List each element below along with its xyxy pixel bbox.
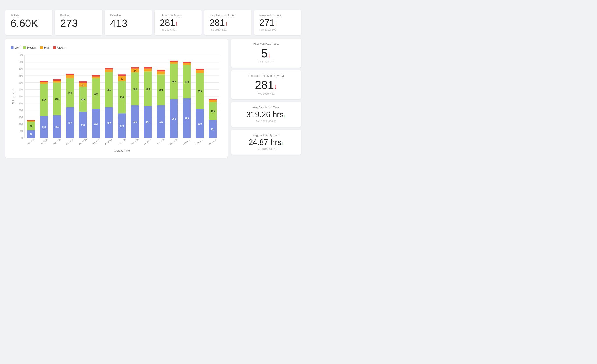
kpi-arrow-down-3: ↓ [175, 20, 178, 27]
kpi-card-4: Resolved This Month281↓Feb 2019: 521 [204, 10, 251, 35]
svg-text:28: 28 [82, 84, 84, 86]
bar-urgent-9 [144, 67, 152, 69]
bar-urgent-7 [118, 74, 126, 76]
kpi-value-3: 281↓ [160, 18, 196, 27]
bar-high-9 [144, 69, 152, 71]
kpi-card-2: Overdue413 [105, 10, 152, 35]
kpi-card-1: Backlog273 [55, 10, 102, 35]
kpi-card-5: Resolved In Time271↓Feb 2019: 500 [254, 10, 301, 35]
bar-high-14 [209, 100, 217, 102]
bar-high-6 [105, 70, 113, 72]
stat-card-3: Avg First Reply Time 24.87 hrs↓ Feb 2019… [231, 130, 301, 155]
svg-text:180: 180 [81, 98, 85, 101]
svg-text:223: 223 [159, 89, 163, 92]
legend-item-high: High [40, 46, 50, 49]
svg-text:Jan 2019: Jan 2019 [182, 138, 191, 146]
kpi-label-4: Resolved This Month [209, 14, 246, 17]
bar-urgent-6 [105, 68, 113, 69]
svg-text:Jan 2018: Jan 2018 [26, 138, 35, 146]
svg-text:233: 233 [120, 96, 124, 99]
kpi-value-4: 281↓ [209, 18, 246, 27]
svg-text:Oct 2018: Oct 2018 [143, 138, 152, 146]
kpi-prev-3: Feb 2019: 494 [160, 28, 196, 31]
stat-prev-3: Feb 2019: 34.51 [236, 148, 296, 151]
svg-text:250: 250 [19, 102, 23, 105]
svg-text:190: 190 [81, 124, 85, 126]
svg-text:550: 550 [19, 61, 23, 63]
svg-text:231: 231 [146, 121, 150, 124]
bar-urgent-8 [131, 67, 139, 69]
svg-text:286: 286 [185, 117, 189, 120]
kpi-card-0: Tickets6.60K [5, 10, 52, 35]
svg-text:600: 600 [19, 54, 23, 56]
bar-high-12 [183, 63, 191, 65]
svg-text:235: 235 [55, 98, 59, 101]
svg-text:27: 27 [134, 70, 136, 72]
kpi-row: Tickets6.60KBacklog273Overdue413Inflow T… [5, 10, 301, 35]
stat-label-2: Avg Resolution Time [236, 106, 296, 109]
legend-label-1: Medium [27, 46, 37, 49]
svg-text:Feb 2019: Feb 2019 [195, 138, 204, 145]
bar-urgent-10 [157, 70, 165, 71]
bar-urgent-3 [66, 74, 74, 75]
svg-text:222: 222 [107, 122, 111, 124]
svg-text:350: 350 [19, 88, 23, 91]
bar-urgent-2 [53, 79, 61, 80]
legend-label-0: Low [15, 46, 19, 49]
svg-text:Mar 2018: Mar 2018 [52, 138, 61, 145]
stat-label-0: First Call Resolution [236, 43, 296, 46]
svg-text:Feb 2018: Feb 2018 [39, 138, 48, 145]
legend-label-2: High [44, 46, 50, 49]
bar-high-11 [170, 62, 178, 64]
svg-text:159: 159 [42, 126, 46, 129]
bar-high-10 [157, 71, 165, 74]
chart-legend: LowMediumHighUrgent [10, 46, 222, 49]
stat-card-2: Avg Resolution Time 319.26 hrs↓ Feb 2019… [231, 102, 301, 127]
bar-high-1 [40, 82, 48, 84]
chart-panel: LowMediumHighUrgent 05010015020025030035… [5, 39, 228, 158]
legend-item-medium: Medium [23, 46, 37, 49]
stat-label-3: Avg First Reply Time [236, 133, 296, 137]
svg-text:210: 210 [68, 92, 72, 94]
stat-value-2: 319.26 hrs↓ [236, 110, 296, 119]
stat-arrow-0: ↓ [268, 51, 271, 59]
right-panel: First Call Resolution 5↓ Feb 2019: 11 Re… [231, 39, 301, 155]
bar-high-0 [27, 121, 35, 122]
stat-arrow-3: ↓ [282, 141, 284, 146]
kpi-card-3: Inflow This Month281↓Feb 2019: 494 [155, 10, 202, 35]
svg-text:236: 236 [159, 121, 163, 123]
svg-text:131: 131 [211, 128, 215, 131]
svg-text:Jul 2018: Jul 2018 [104, 139, 113, 145]
svg-text:62: 62 [30, 125, 32, 128]
kpi-label-0: Tickets [10, 14, 47, 17]
bar-urgent-1 [40, 81, 48, 82]
legend-box-1 [23, 46, 26, 49]
svg-text:Apr 2018: Apr 2018 [65, 138, 74, 146]
bar-high-2 [53, 81, 61, 83]
svg-text:222: 222 [68, 122, 72, 124]
svg-text:236: 236 [133, 121, 137, 123]
main-content: LowMediumHighUrgent 05010015020025030035… [5, 39, 301, 158]
svg-text:56: 56 [30, 133, 32, 136]
kpi-label-5: Resolved In Time [259, 14, 296, 17]
svg-text:165: 165 [55, 125, 59, 128]
stat-prev-0: Feb 2019: 11 [236, 61, 296, 64]
bar-chart-svg: 050100150200250300350400450500550600Tick… [10, 53, 222, 153]
stat-label-1: Resolved This Month (MTD) [236, 74, 296, 77]
svg-text:255: 255 [172, 80, 176, 83]
stat-prev-1: Feb 2019: 421 [236, 92, 296, 95]
svg-text:259: 259 [198, 90, 202, 93]
svg-text:Aug 2018: Aug 2018 [117, 138, 126, 146]
legend-box-3 [53, 46, 56, 49]
stat-prev-2: Feb 2019: 366.63 [236, 120, 296, 123]
bar-urgent-0 [27, 120, 35, 121]
svg-text:300: 300 [19, 95, 23, 98]
bar-urgent-14 [209, 99, 217, 100]
kpi-prev-5: Feb 2019: 500 [259, 28, 296, 31]
kpi-value-1: 273 [60, 18, 97, 29]
svg-text:250: 250 [146, 88, 150, 90]
svg-text:222: 222 [94, 93, 98, 95]
svg-text:150: 150 [19, 116, 23, 119]
svg-text:200: 200 [19, 109, 23, 112]
svg-text:210: 210 [198, 123, 202, 125]
